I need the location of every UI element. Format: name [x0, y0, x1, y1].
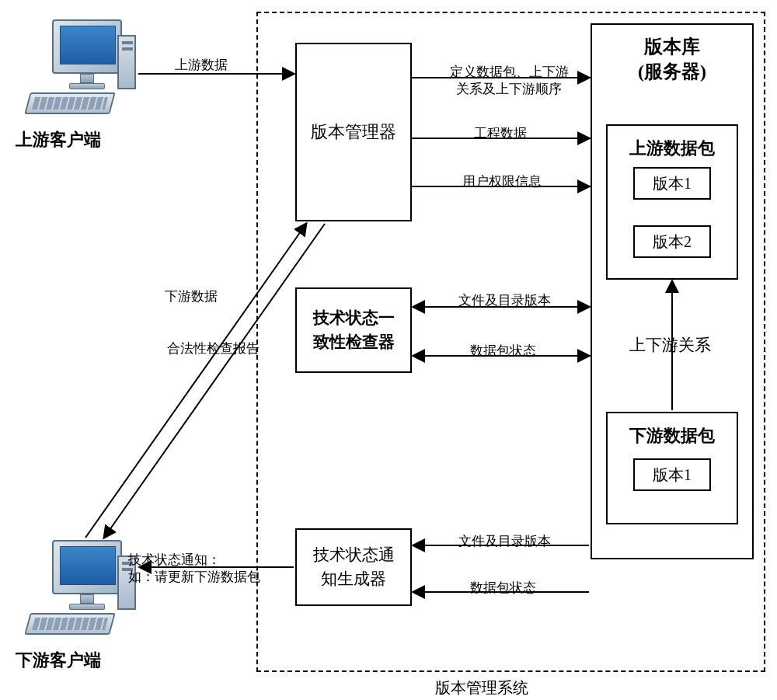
downstream-client-label: 下游客户端 [16, 649, 101, 672]
edge-file-dir-version-1: 文件及目录版本 [458, 291, 551, 309]
downstream-version-1-label: 版本1 [653, 465, 692, 486]
system-caption: 版本管理系统 [435, 677, 528, 698]
upstream-client-icon [27, 19, 136, 120]
notification-generator-box: 技术状态通 知生成器 [295, 528, 412, 606]
edge-engineering-data: 工程数据 [474, 124, 527, 142]
upstream-client-label: 上游客户端 [16, 128, 101, 151]
define-packages-l1: 定义数据包、上下游 [450, 64, 569, 79]
version-manager-label: 版本管理器 [311, 120, 396, 144]
edge-downstream-data: 下游数据 [165, 287, 218, 305]
consistency-checker-label-1: 技术状态一 [313, 306, 395, 331]
repository-subtitle: (服务器) [638, 59, 706, 84]
edge-legality-report: 合法性检查报告 [167, 340, 260, 357]
notification-generator-label-2: 知生成器 [321, 567, 386, 592]
upstream-package-label: 上游数据包 [629, 137, 715, 160]
upstream-version-1: 版本1 [633, 167, 711, 200]
edge-package-status-1: 数据包状态 [470, 342, 536, 360]
consistency-checker-label-2: 致性检查器 [313, 330, 395, 355]
downstream-client-icon [27, 540, 136, 641]
edge-file-dir-version-2: 文件及目录版本 [458, 532, 551, 550]
upstream-version-2: 版本2 [633, 225, 711, 258]
consistency-checker-box: 技术状态一 致性检查器 [295, 287, 412, 373]
upstream-version-2-label: 版本2 [653, 232, 692, 252]
diagram-root: 上游客户端 下游客户端 版本管理系统 版本管理器 技术状态一 致性检查器 技术状… [0, 0, 777, 700]
edge-upstream-data: 上游数据 [175, 56, 228, 74]
edge-package-status-2: 数据包状态 [470, 579, 536, 597]
edge-notification-text: 技术状态通知： 如：请更新下游数据包 [128, 552, 276, 586]
upstream-version-1-label: 版本1 [653, 173, 692, 194]
edge-define-packages: 定义数据包、上下游 关系及上下游顺序 [431, 64, 587, 98]
define-packages-l2: 关系及上下游顺序 [456, 82, 562, 96]
downstream-version-1: 版本1 [633, 458, 711, 491]
notification-example: 如：请更新下游数据包 [128, 569, 260, 584]
repository-title: 版本库 [644, 34, 700, 59]
notification-prefix: 技术状态通知： [128, 552, 221, 567]
version-manager-box: 版本管理器 [295, 43, 412, 221]
edge-relation: 上下游关系 [629, 334, 711, 356]
downstream-package-label: 下游数据包 [629, 424, 715, 448]
edge-user-permissions: 用户权限信息 [462, 172, 542, 190]
notification-generator-label-1: 技术状态通 [313, 543, 395, 568]
